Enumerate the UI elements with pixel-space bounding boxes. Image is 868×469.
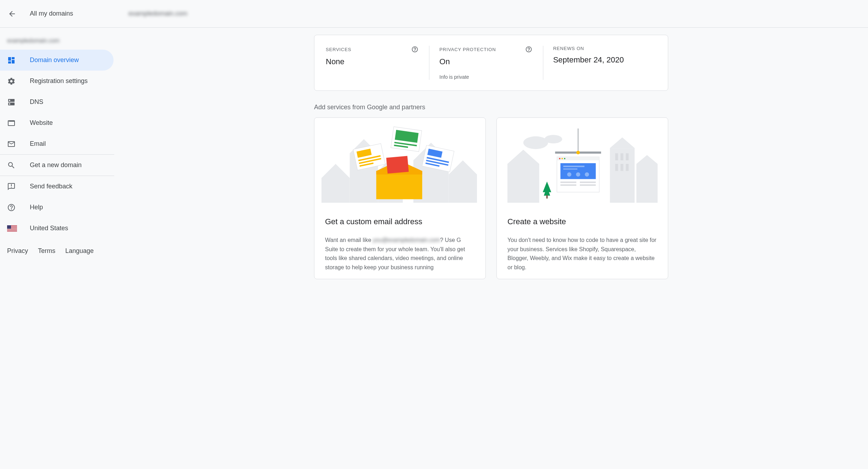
header-left: All my domains [0, 10, 114, 18]
svg-rect-52 [580, 182, 596, 183]
svg-point-38 [576, 151, 580, 154]
footer-links: Privacy Terms Language [0, 239, 114, 263]
svg-rect-33 [615, 164, 618, 171]
footer-terms-link[interactable]: Terms [38, 247, 55, 255]
help-icon [7, 203, 16, 212]
sidebar-item-label: Email [30, 140, 46, 148]
svg-rect-8 [376, 171, 422, 199]
service-card-title: Get a custom email address [325, 217, 475, 226]
footer-privacy-link[interactable]: Privacy [7, 247, 28, 255]
status-privacy: PRIVACY PROTECTION On Info is private [429, 46, 543, 80]
sidebar-item-get-domain[interactable]: Get a new domain [0, 155, 114, 176]
sidebar-item-label: DNS [30, 98, 43, 106]
service-card-title: Create a website [507, 217, 657, 226]
sidebar-item-domain-overview[interactable]: Domain overview [0, 50, 114, 71]
service-card-description: Want an email like you@exampledomain.com… [325, 236, 475, 272]
svg-rect-50 [560, 182, 576, 183]
svg-rect-34 [621, 164, 623, 171]
svg-rect-46 [563, 169, 577, 170]
website-illustration [497, 118, 668, 203]
sidebar-item-email[interactable]: Email [0, 133, 114, 154]
status-privacy-sub: Info is private [439, 74, 532, 80]
email-desc-blur: you@exampledomain.com [373, 237, 440, 243]
svg-point-48 [576, 172, 580, 177]
svg-rect-10 [386, 156, 408, 174]
header: All my domains exampledomain.com [0, 0, 868, 28]
gear-icon [7, 77, 16, 85]
status-renews: RENEWS ON September 24, 2020 [543, 46, 657, 80]
sidebar-item-label: Domain overview [30, 56, 79, 64]
email-desc-pre: Want an email like [325, 237, 373, 243]
search-icon [7, 161, 16, 170]
sidebar-item-help[interactable]: Help [0, 197, 114, 218]
sidebar-item-locale[interactable]: United States [0, 218, 114, 239]
svg-rect-6 [7, 231, 17, 231]
status-services-label: SERVICES [326, 47, 351, 52]
service-card-website[interactable]: Create a website You don't need to know … [496, 117, 668, 279]
main-content: SERVICES None PRIVACY PROTECTION On Info… [114, 28, 868, 286]
header-main: exampledomain.com [114, 10, 187, 17]
sidebar-item-label: United States [30, 225, 68, 232]
flag-us-icon [7, 225, 17, 232]
sidebar-item-label: Send feedback [30, 183, 72, 190]
footer-language-link[interactable]: Language [65, 247, 94, 255]
sidebar-item-label: Help [30, 204, 43, 211]
svg-point-49 [585, 172, 589, 177]
sidebar-item-label: Website [30, 119, 53, 127]
service-cards: Get a custom email address Want an email… [314, 117, 668, 279]
svg-rect-29 [636, 164, 658, 203]
status-card: SERVICES None PRIVACY PROTECTION On Info… [314, 35, 668, 91]
svg-point-42 [561, 158, 563, 159]
svg-rect-27 [507, 164, 539, 203]
svg-rect-32 [626, 153, 628, 160]
sidebar-item-registration-settings[interactable]: Registration settings [0, 71, 114, 92]
status-privacy-value: On [439, 57, 532, 66]
sidebar-item-dns[interactable]: DNS [0, 92, 114, 112]
all-domains-link[interactable]: All my domains [30, 10, 73, 17]
service-card-email[interactable]: Get a custom email address Want an email… [314, 117, 486, 279]
svg-point-41 [559, 158, 560, 159]
help-icon[interactable] [525, 46, 532, 53]
svg-point-47 [567, 172, 571, 177]
header-domain-name: exampledomain.com [128, 10, 187, 17]
svg-point-26 [544, 135, 562, 143]
sidebar-item-label: Registration settings [30, 77, 88, 85]
svg-rect-5 [7, 230, 17, 230]
svg-rect-31 [621, 153, 623, 160]
website-icon [7, 119, 16, 127]
dashboard-icon [7, 56, 16, 65]
email-icon [7, 140, 16, 148]
service-card-description: You don't need to know how to code to ha… [507, 236, 657, 272]
sidebar-domain-name: exampledomain.com [0, 34, 114, 50]
help-icon[interactable] [411, 46, 418, 53]
status-renews-label: RENEWS ON [553, 46, 584, 51]
status-services: SERVICES None [326, 46, 429, 80]
services-heading: Add services from Google and partners [314, 104, 668, 111]
dns-icon [7, 98, 16, 106]
svg-rect-51 [560, 184, 576, 186]
svg-rect-53 [580, 184, 596, 186]
svg-rect-40 [557, 157, 599, 160]
feedback-icon [7, 182, 16, 191]
status-services-value: None [326, 57, 418, 66]
sidebar-item-website[interactable]: Website [0, 112, 114, 133]
sidebar-item-send-feedback[interactable]: Send feedback [0, 176, 114, 197]
svg-rect-45 [563, 166, 584, 167]
back-arrow-icon[interactable] [8, 10, 16, 18]
svg-rect-54 [546, 195, 548, 199]
svg-rect-35 [626, 164, 628, 171]
svg-rect-4 [7, 228, 17, 229]
svg-point-25 [523, 136, 548, 149]
svg-point-43 [564, 158, 565, 159]
svg-rect-30 [615, 153, 618, 160]
email-illustration [314, 118, 485, 203]
status-privacy-label: PRIVACY PROTECTION [439, 47, 496, 52]
sidebar: exampledomain.com Domain overview Regist… [0, 28, 114, 286]
status-renews-value: September 24, 2020 [553, 55, 646, 65]
svg-rect-7 [7, 225, 11, 229]
sidebar-item-label: Get a new domain [30, 161, 82, 169]
svg-rect-44 [560, 163, 596, 179]
